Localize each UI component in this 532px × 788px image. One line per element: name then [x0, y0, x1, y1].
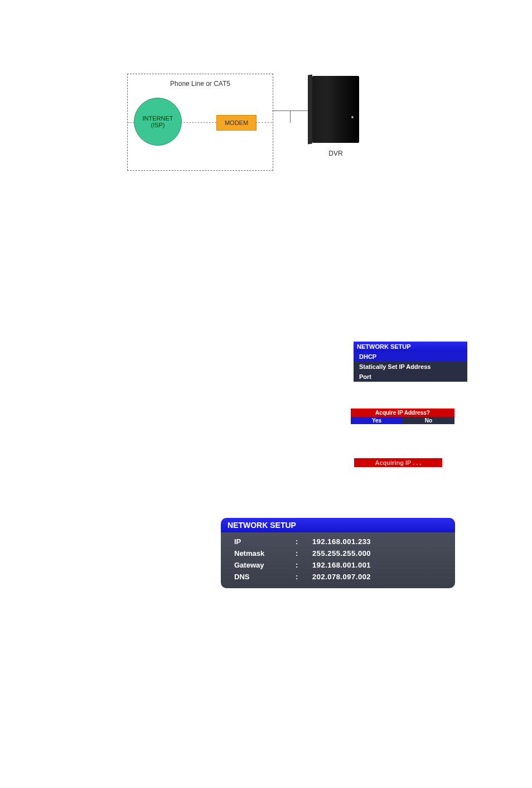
row-value: 192.168.001.001	[312, 561, 442, 569]
network-setup-panel-body: IP : 192.168.001.233 Netmask : 255.255.2…	[221, 532, 455, 588]
network-row-netmask: Netmask : 255.255.255.000	[221, 547, 455, 559]
dashed-connector	[181, 122, 216, 123]
network-row-ip: IP : 192.168.001.233	[221, 536, 455, 547]
acquire-ip-prompt: Acquire IP Address? Yes No	[351, 409, 454, 424]
row-value: 255.255.255.000	[312, 549, 442, 558]
row-colon: :	[296, 549, 312, 558]
menu-item-dhcp[interactable]: DHCP	[354, 352, 467, 362]
network-row-dns: DNS : 202.078.097.002	[221, 571, 455, 583]
modem-node: MODEM	[216, 115, 257, 131]
acquire-ip-title: Acquire IP Address?	[351, 409, 454, 417]
network-setup-menu-body: DHCP Statically Set IP Address Port	[354, 352, 467, 382]
network-setup-menu-title: NETWORK SETUP	[354, 342, 467, 352]
dashed-connector	[255, 122, 272, 123]
row-value: 202.078.097.002	[312, 573, 442, 581]
internet-node-label: INTERNET (ISP)	[143, 115, 173, 128]
solid-connector	[290, 110, 291, 123]
row-value: 192.168.001.233	[312, 537, 442, 546]
row-colon: :	[296, 537, 312, 546]
solid-connector	[272, 110, 311, 111]
menu-item-port[interactable]: Port	[354, 372, 467, 382]
row-label: IP	[234, 537, 296, 546]
modem-node-label: MODEM	[225, 119, 248, 126]
row-label: DNS	[234, 573, 296, 581]
acquire-ip-options: Yes No	[351, 417, 454, 424]
network-setup-panel-title: NETWORK SETUP	[221, 518, 455, 532]
network-row-gateway: Gateway : 192.168.001.001	[221, 559, 455, 571]
acquiring-ip-status: Acquiring IP . . .	[354, 458, 442, 467]
row-label: Netmask	[234, 549, 296, 558]
row-label: Gateway	[234, 561, 296, 569]
internet-node: INTERNET (ISP)	[134, 98, 182, 146]
acquire-no-button[interactable]: No	[403, 417, 454, 424]
menu-item-static-ip[interactable]: Statically Set IP Address	[354, 362, 467, 372]
row-colon: :	[296, 573, 312, 581]
dvr-label: DVR	[312, 150, 359, 157]
diagram-box-label: Phone Line or CAT5	[128, 80, 273, 88]
network-setup-menu: NETWORK SETUP DHCP Statically Set IP Add…	[354, 342, 467, 382]
acquire-yes-button[interactable]: Yes	[351, 417, 403, 424]
network-setup-panel: NETWORK SETUP IP : 192.168.001.233 Netma…	[221, 518, 455, 588]
row-colon: :	[296, 561, 312, 569]
dvr-icon	[312, 76, 359, 143]
